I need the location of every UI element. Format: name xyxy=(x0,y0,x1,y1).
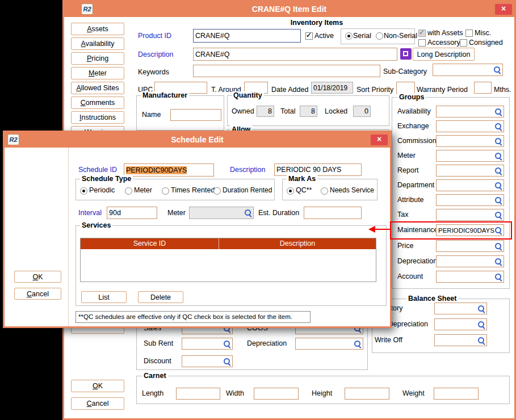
description-column-header[interactable]: Description xyxy=(219,238,376,249)
search-icon[interactable] xyxy=(494,167,502,175)
group-attribute-label: Attribute xyxy=(397,196,424,204)
search-icon[interactable] xyxy=(223,340,231,348)
group-depreciation-input[interactable] xyxy=(436,255,504,267)
sidebar-item-availability[interactable]: Availability xyxy=(71,37,124,50)
mark-as-legend: Mark As xyxy=(287,175,317,183)
search-icon[interactable] xyxy=(494,273,502,281)
est-duration-input[interactable] xyxy=(304,207,362,219)
sub-category-input[interactable] xyxy=(433,64,503,76)
group-attribute-input[interactable] xyxy=(436,194,504,206)
group-report-input[interactable] xyxy=(436,165,504,177)
misc-checkbox[interactable] xyxy=(465,30,473,37)
sidebar-item-instructions[interactable]: Instructions xyxy=(71,111,124,124)
sort-priority-input[interactable] xyxy=(396,82,415,94)
manufacturer-name-input[interactable] xyxy=(170,109,221,121)
inventory-input[interactable] xyxy=(434,303,487,314)
search-icon[interactable] xyxy=(494,196,502,204)
needs-service-radio[interactable] xyxy=(321,187,328,195)
group-exchange-input[interactable] xyxy=(436,120,504,132)
depreciation-account-input[interactable] xyxy=(295,338,363,350)
periodic-label: Periodic xyxy=(89,186,115,194)
group-meter-input[interactable] xyxy=(436,150,504,162)
periodic-radio[interactable] xyxy=(80,187,87,195)
cancel-button[interactable]: Cancel xyxy=(71,397,124,410)
search-icon[interactable] xyxy=(477,305,485,313)
height-input[interactable] xyxy=(345,388,389,400)
group-tax-input[interactable] xyxy=(436,209,504,221)
warranty-period-input[interactable] xyxy=(474,82,492,94)
search-icon[interactable] xyxy=(477,321,485,329)
product-id-input[interactable]: CRANE#Q xyxy=(193,29,301,43)
write-off-input[interactable] xyxy=(434,334,487,346)
search-icon[interactable] xyxy=(493,66,501,74)
group-availability-input[interactable] xyxy=(436,106,504,117)
keywords-input[interactable] xyxy=(193,65,380,77)
schedule-description-input[interactable]: PERIODIC 90 DAYS xyxy=(274,163,362,176)
meter-radio[interactable] xyxy=(125,187,132,195)
interval-input[interactable]: 90d xyxy=(107,207,157,219)
search-icon[interactable] xyxy=(494,258,502,266)
search-icon[interactable] xyxy=(494,182,502,190)
owned-label: Owned xyxy=(232,107,254,115)
sidebar-item-assets[interactable]: Assets xyxy=(71,23,124,35)
schedule-description-label: Description xyxy=(230,166,266,174)
sidebar-item-meter[interactable]: Meter xyxy=(71,67,124,79)
sidebar-item-comments[interactable]: Comments xyxy=(71,96,124,109)
group-commission-input[interactable] xyxy=(436,135,504,147)
with-assets-checkbox[interactable] xyxy=(418,30,426,37)
long-description-button[interactable]: Long Description xyxy=(413,48,475,61)
times-rented-label: Times Rented xyxy=(171,186,215,194)
delete-button[interactable]: Delete xyxy=(138,291,183,303)
ok-button[interactable]: OK xyxy=(71,380,124,392)
services-table[interactable]: Service ID Description xyxy=(80,238,376,282)
group-department-input[interactable] xyxy=(436,179,504,191)
search-icon[interactable] xyxy=(494,242,502,250)
duration-rented-radio[interactable] xyxy=(213,187,221,195)
misc-label: Misc. xyxy=(475,29,491,37)
group-price-input[interactable] xyxy=(436,240,504,252)
times-rented-radio[interactable] xyxy=(162,187,169,195)
description-label: Description xyxy=(138,51,174,58)
service-id-column-header[interactable]: Service ID xyxy=(81,238,219,249)
serial-radio[interactable] xyxy=(345,32,353,40)
non-serial-radio[interactable] xyxy=(376,32,383,40)
width-input[interactable] xyxy=(254,388,299,400)
date-added-input[interactable]: 01/18/2019 xyxy=(311,82,353,94)
length-input[interactable] xyxy=(176,388,220,400)
accessory-checkbox[interactable] xyxy=(418,39,426,47)
interval-label: Interval xyxy=(78,209,102,217)
search-icon[interactable] xyxy=(477,337,485,345)
schedule-id-input[interactable]: PERIODIC90DAYS xyxy=(124,163,214,177)
search-icon[interactable] xyxy=(494,137,502,145)
qc-footnote: **QC schedules are effective only if QC … xyxy=(75,311,311,323)
search-icon[interactable] xyxy=(223,358,231,366)
sidebar-item-pricing[interactable]: Pricing xyxy=(71,52,124,65)
active-checkbox[interactable] xyxy=(305,32,313,40)
schedule-edit-titlebar[interactable]: R2 Schedule Edit × xyxy=(5,132,390,148)
search-icon[interactable] xyxy=(494,211,502,219)
description-tool-icon[interactable] xyxy=(400,48,412,60)
dialog-cancel-button[interactable]: Cancel xyxy=(14,288,61,300)
search-icon[interactable] xyxy=(494,108,502,116)
list-button[interactable]: List xyxy=(81,291,127,303)
group-account-input[interactable] xyxy=(436,271,504,283)
item-edit-titlebar[interactable]: R2 CRANE#Q Item Edit × xyxy=(64,2,514,17)
acc-depreciation-input[interactable] xyxy=(434,318,487,330)
total-value: 8 xyxy=(300,106,317,117)
dialog-ok-button[interactable]: OK xyxy=(14,271,61,283)
search-icon[interactable] xyxy=(494,152,502,160)
close-icon[interactable]: × xyxy=(371,135,388,145)
sidebar-item-allowed-sites[interactable]: Allowed Sites xyxy=(71,82,124,94)
sub-rent-input[interactable] xyxy=(182,338,233,350)
search-icon[interactable] xyxy=(494,123,502,131)
group-tax-label: Tax xyxy=(397,211,408,219)
close-icon[interactable]: × xyxy=(495,4,512,15)
qc-radio[interactable] xyxy=(287,187,294,195)
dialog-meter-input[interactable] xyxy=(189,207,254,219)
search-icon[interactable] xyxy=(244,209,252,217)
description-input[interactable]: CRANE#Q xyxy=(193,48,397,61)
consigned-checkbox[interactable] xyxy=(460,39,467,47)
discount-input[interactable] xyxy=(182,355,233,367)
weight-input[interactable] xyxy=(434,388,479,400)
search-icon[interactable] xyxy=(354,340,362,348)
